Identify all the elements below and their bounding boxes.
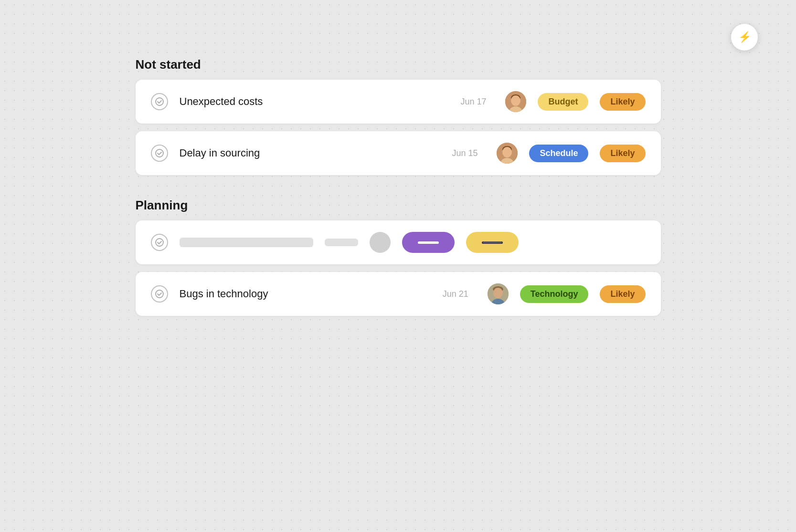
task-date-placeholder [325,239,358,246]
svg-point-11 [502,147,512,157]
task-date: Jun 17 [460,97,494,107]
check-icon[interactable] [151,145,168,162]
check-icon[interactable] [151,93,168,110]
task-title: Delay in sourcing [180,147,441,159]
task-date: Jun 15 [452,148,485,158]
task-badge: Schedule [529,145,588,162]
task-date: Jun 21 [443,289,476,299]
avatar [505,91,526,112]
check-icon[interactable] [151,285,168,303]
task-badge: Budget [538,93,588,111]
task-card[interactable]: Delay in sourcingJun 15 ScheduleLikely [136,131,661,175]
task-title: Unexpected costs [180,95,449,108]
task-badge [402,232,455,253]
check-icon[interactable] [151,234,168,251]
task-badge: Likely [600,93,645,111]
page-container: ⚡ Not started Unexpected costsJun 17 Bud… [136,57,661,339]
section-not-started: Not started Unexpected costsJun 17 Budge… [136,57,661,175]
task-badge [466,232,519,253]
section-title: Not started [136,57,661,72]
section-planning: Planning Bugs in technologyJun 21 Techno… [136,198,661,316]
svg-point-5 [511,95,520,106]
task-card[interactable]: Unexpected costsJun 17 BudgetLikely [136,80,661,124]
task-card[interactable] [136,220,661,264]
task-badge: Likely [600,145,645,162]
avatar [497,143,518,164]
task-title: Bugs in technology [180,288,431,300]
lightning-button[interactable]: ⚡ [731,24,758,51]
svg-point-6 [156,149,163,157]
task-badge: Likely [600,285,645,303]
task-card[interactable]: Bugs in technologyJun 21 TechnologyLikel… [136,272,661,316]
section-title: Planning [136,198,661,213]
svg-point-0 [156,98,163,105]
avatar-placeholder [370,232,391,253]
task-title-placeholder [180,238,313,247]
svg-point-13 [156,290,163,298]
svg-point-12 [156,239,163,246]
avatar [488,283,509,304]
svg-point-18 [493,288,503,298]
task-badge: Technology [520,285,589,303]
lightning-icon: ⚡ [738,31,751,43]
